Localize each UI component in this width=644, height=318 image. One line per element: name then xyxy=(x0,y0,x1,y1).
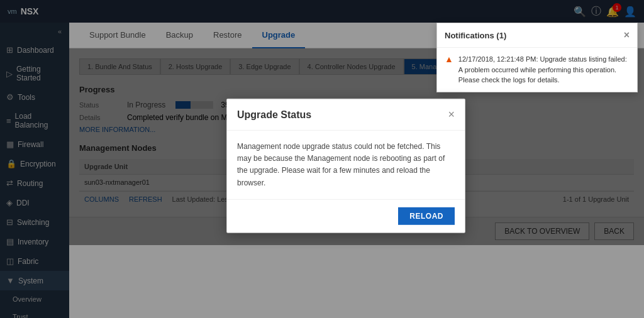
main-content: Support Bundle Backup Restore Upgrade 1.… xyxy=(69,23,644,318)
warning-icon: ▲ xyxy=(445,54,453,85)
notification-text: 12/17/2018, 12:21:48 PM: Upgrade status … xyxy=(458,54,630,85)
modal-title: Upgrade Status xyxy=(237,109,311,120)
reload-button[interactable]: RELOAD xyxy=(398,207,455,225)
modal-body: Management node upgrade status could not… xyxy=(227,131,465,199)
upgrade-status-modal: Upgrade Status × Management node upgrade… xyxy=(226,99,465,233)
modal-close-button[interactable]: × xyxy=(448,108,455,121)
modal-body-text: Management node upgrade status could not… xyxy=(237,142,445,187)
modal-footer: RELOAD xyxy=(227,199,465,233)
notification-panel: Notifications (1) × ▲ 12/17/2018, 12:21:… xyxy=(436,48,638,92)
notification-body: ▲ 12/17/2018, 12:21:48 PM: Upgrade statu… xyxy=(437,48,637,92)
notification-item: ▲ 12/17/2018, 12:21:48 PM: Upgrade statu… xyxy=(445,54,630,85)
modal-header: Upgrade Status × xyxy=(227,99,465,131)
